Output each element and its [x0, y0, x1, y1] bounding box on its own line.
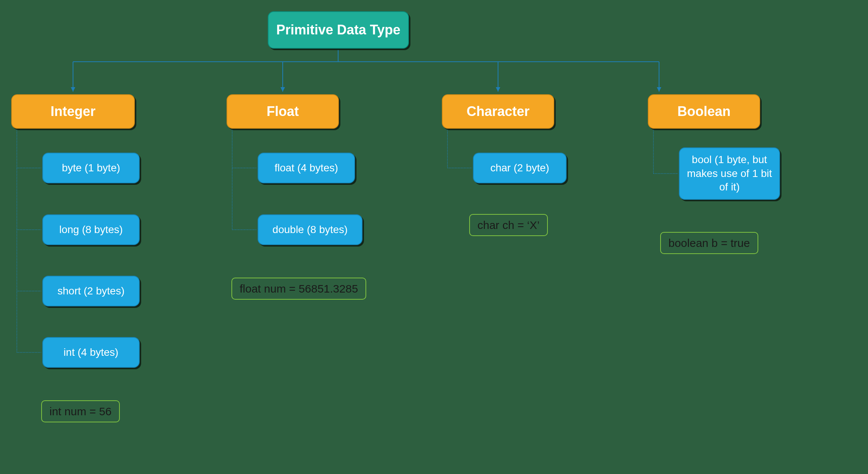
- category-integer-label: Integer: [51, 103, 95, 120]
- root-label: Primitive Data Type: [276, 21, 400, 39]
- subtype-byte: byte (1 byte): [42, 153, 140, 183]
- category-float: Float: [227, 94, 339, 129]
- example-float: float num = 56851.3285: [231, 278, 366, 300]
- subtype-bool: bool (1 byte, but makes use of 1 bit of …: [679, 147, 780, 200]
- category-boolean-label: Boolean: [677, 103, 731, 120]
- subtype-long: long (8 bytes): [42, 214, 140, 245]
- example-boolean-text: boolean b = true: [668, 236, 750, 250]
- example-character: char ch = ‘X’: [469, 214, 548, 236]
- category-boolean: Boolean: [648, 94, 760, 129]
- category-character: Character: [442, 94, 554, 129]
- example-character-text: char ch = ‘X’: [477, 218, 540, 232]
- subtype-char: char (2 byte): [473, 153, 567, 183]
- category-float-label: Float: [267, 103, 299, 120]
- root-node: Primitive Data Type: [268, 11, 409, 49]
- category-character-label: Character: [467, 103, 529, 120]
- subtype-float: float (4 bytes): [258, 153, 355, 183]
- subtype-float-label: float (4 bytes): [274, 161, 338, 175]
- subtype-byte-label: byte (1 byte): [62, 161, 120, 175]
- subtype-long-label: long (8 bytes): [59, 223, 123, 236]
- subtype-short: short (2 bytes): [42, 276, 140, 306]
- category-integer: Integer: [11, 94, 135, 129]
- example-float-text: float num = 56851.3285: [240, 281, 358, 296]
- subtype-int: int (4 bytes): [42, 337, 140, 368]
- example-integer-text: int num = 56: [49, 404, 112, 419]
- subtype-bool-label: bool (1 byte, but makes use of 1 bit of …: [686, 153, 773, 194]
- subtype-int-label: int (4 bytes): [64, 346, 118, 359]
- subtype-char-label: char (2 byte): [490, 161, 549, 175]
- example-integer: int num = 56: [41, 400, 120, 422]
- subtype-double: double (8 bytes): [258, 214, 362, 245]
- example-boolean: boolean b = true: [660, 232, 758, 254]
- subtype-short-label: short (2 bytes): [58, 284, 125, 298]
- subtype-double-label: double (8 bytes): [273, 223, 348, 236]
